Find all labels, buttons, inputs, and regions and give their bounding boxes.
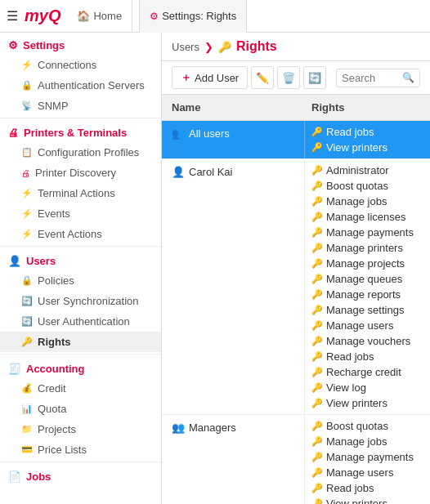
sidebar-item-printer-discovery[interactable]: 🖨 Printer Discovery bbox=[0, 163, 161, 183]
sidebar-item-terminal-actions[interactable]: ⚡ Terminal Actions bbox=[0, 183, 161, 203]
right-item: 🔑Manage jobs bbox=[311, 194, 423, 209]
sidebar-item-snmp[interactable]: 📡 SNMP bbox=[0, 96, 161, 116]
sidebar-item-sync-label: User Synchronization bbox=[38, 295, 139, 307]
search-input[interactable] bbox=[342, 69, 399, 87]
right-icon: 🔑 bbox=[311, 351, 323, 362]
sidebar-item-rights[interactable]: 🔑 Rights bbox=[0, 332, 161, 352]
right-label: Read jobs bbox=[326, 350, 374, 363]
breadcrumb-users[interactable]: Users bbox=[172, 41, 199, 53]
table-row[interactable]: 👤 Carol Kai 🔑Administrator 🔑Boost quotas… bbox=[162, 159, 430, 415]
sidebar-item-events-label: Events bbox=[38, 207, 70, 220]
sidebar-item-user-auth-label: User Authentication bbox=[38, 315, 130, 328]
sidebar-item-snmp-label: SNMP bbox=[38, 100, 69, 112]
right-item: 🔑Manage projects bbox=[311, 256, 423, 271]
divider-3 bbox=[0, 354, 161, 355]
sidebar-section-jobs[interactable]: 📄 Jobs bbox=[0, 464, 161, 486]
divider-2 bbox=[0, 246, 161, 247]
right-label: Read jobs bbox=[326, 482, 374, 494]
right-label: Read jobs bbox=[326, 126, 374, 138]
sidebar-item-auth-servers[interactable]: 🔒 Authentication Servers bbox=[0, 75, 161, 96]
sidebar-item-config-profiles[interactable]: 📋 Configuration Profiles bbox=[0, 142, 161, 163]
table-area: Name Rights 👥 All users 🔑 Read jobs bbox=[162, 95, 430, 504]
right-panel: Users ❯ 🔑 Rights ＋ Add User ✏️ 🗑️ 🔄 🔍 Na… bbox=[162, 33, 430, 504]
right-label: Manage printers bbox=[326, 242, 403, 254]
row-name-carol: 👤 Carol Kai bbox=[172, 166, 232, 178]
right-icon: 🔑 bbox=[311, 305, 323, 315]
right-item: 🔑Administrator bbox=[311, 163, 423, 178]
breadcrumb-separator: ❯ bbox=[204, 41, 213, 53]
sidebar-item-policies-label: Policies bbox=[38, 274, 74, 287]
sidebar-section-printers[interactable]: 🖨 Printers & Terminals bbox=[0, 120, 161, 142]
right-item: 🔑Manage vouchers bbox=[311, 333, 423, 349]
sidebar-item-quota[interactable]: 📊 Quota bbox=[0, 399, 161, 419]
tab-settings-label: Settings: Rights bbox=[162, 10, 236, 22]
sidebar-item-terminal-label: Terminal Actions bbox=[38, 187, 115, 199]
config-icon: 📋 bbox=[21, 147, 33, 158]
table-row[interactable]: 👥 All users 🔑 Read jobs 🔑 View printers bbox=[162, 121, 430, 159]
rights-cell-managers: 🔑Boost quotas 🔑Manage jobs 🔑Manage payme… bbox=[305, 415, 430, 504]
sidebar-item-events[interactable]: ⚡ Events bbox=[0, 203, 161, 224]
sidebar-item-credit[interactable]: 💰 Credit bbox=[0, 378, 161, 399]
sidebar-item-user-auth[interactable]: 🔄 User Authentication bbox=[0, 311, 161, 332]
right-item: 🔑 Read jobs bbox=[311, 124, 423, 140]
right-icon: 🔑 bbox=[311, 142, 323, 153]
right-item: 🔑View printers bbox=[311, 496, 423, 504]
sidebar-item-user-sync[interactable]: 🔄 User Synchronization bbox=[0, 291, 161, 311]
group-icon: 👥 bbox=[172, 421, 185, 434]
user-icon: 👤 bbox=[172, 166, 185, 178]
add-user-button[interactable]: ＋ Add User bbox=[172, 66, 248, 89]
right-label: Manage queues bbox=[326, 273, 402, 285]
user-auth-icon: 🔄 bbox=[21, 316, 33, 327]
sidebar-section-users[interactable]: 👤 Users bbox=[0, 248, 161, 270]
sidebar-item-projects[interactable]: 📁 Projects bbox=[0, 419, 161, 439]
tab-settings[interactable]: ⚙ Settings: Rights bbox=[139, 0, 247, 33]
sidebar-item-event-actions[interactable]: ⚡ Event Actions bbox=[0, 224, 161, 244]
sidebar-item-policies[interactable]: 🔒 Policies bbox=[0, 270, 161, 291]
sidebar-section-settings[interactable]: ⚙ Settings bbox=[0, 33, 161, 55]
sidebar-item-discovery-label: Printer Discovery bbox=[35, 167, 116, 179]
right-icon: 🔑 bbox=[311, 289, 323, 300]
sidebar-item-rights-label: Rights bbox=[38, 336, 70, 348]
right-item: 🔑Manage users bbox=[311, 465, 423, 480]
tab-home-label: Home bbox=[93, 10, 122, 22]
jobs-section-icon: 📄 bbox=[8, 471, 21, 483]
sidebar-item-auth-label: Authentication Servers bbox=[38, 79, 145, 91]
tab-home[interactable]: 🏠 Home bbox=[67, 0, 132, 33]
breadcrumb: Users ❯ 🔑 Rights bbox=[162, 33, 430, 61]
right-label: View log bbox=[326, 381, 366, 394]
settings-section-icon: ⚙ bbox=[8, 39, 18, 51]
add-user-label: Add User bbox=[195, 72, 239, 84]
delete-button[interactable]: 🗑️ bbox=[277, 66, 300, 89]
search-box: 🔍 bbox=[336, 69, 420, 87]
edit-button[interactable]: ✏️ bbox=[251, 66, 274, 89]
table-header: Name Rights bbox=[162, 95, 430, 121]
sidebar-item-price-label: Price Lists bbox=[38, 444, 87, 456]
table-row[interactable]: 👥 Managers 🔑Boost quotas 🔑Manage jobs 🔑M… bbox=[162, 415, 430, 504]
sidebar-item-connections-label: Connections bbox=[38, 59, 96, 71]
sidebar-item-price-lists[interactable]: 💳 Price Lists bbox=[0, 439, 161, 460]
group-icon: 👥 bbox=[172, 127, 185, 140]
logo: myQ bbox=[25, 7, 60, 25]
toolbar: ＋ Add User ✏️ 🗑️ 🔄 🔍 bbox=[162, 61, 430, 95]
sidebar-item-connections[interactable]: ⚡ Connections bbox=[0, 55, 161, 75]
right-label: View printers bbox=[326, 141, 387, 154]
rights-cell-carol: 🔑Administrator 🔑Boost quotas 🔑Manage job… bbox=[305, 159, 430, 414]
accounting-section-icon: 🧾 bbox=[8, 363, 21, 375]
right-item: 🔑Manage licenses bbox=[311, 209, 423, 225]
right-label: Manage vouchers bbox=[326, 335, 410, 347]
add-icon: ＋ bbox=[181, 70, 191, 85]
right-label: Manage users bbox=[326, 319, 393, 332]
right-icon: 🔑 bbox=[311, 367, 323, 377]
sidebar-section-accounting[interactable]: 🧾 Accounting bbox=[0, 356, 161, 378]
users-section-label: Users bbox=[26, 255, 56, 267]
right-label: Manage users bbox=[326, 466, 393, 479]
refresh-button[interactable]: 🔄 bbox=[303, 66, 326, 89]
hamburger-menu[interactable]: ☰ bbox=[7, 8, 18, 24]
right-item: 🔑Recharge credit bbox=[311, 364, 423, 380]
right-icon: 🔑 bbox=[311, 467, 323, 478]
home-icon: 🏠 bbox=[77, 10, 90, 22]
row-name-cell-managers: 👥 Managers bbox=[162, 415, 305, 504]
col-rights-header: Rights bbox=[305, 98, 430, 117]
right-label: Manage reports bbox=[326, 288, 401, 301]
sidebar-item-quota-label: Quota bbox=[38, 403, 66, 415]
